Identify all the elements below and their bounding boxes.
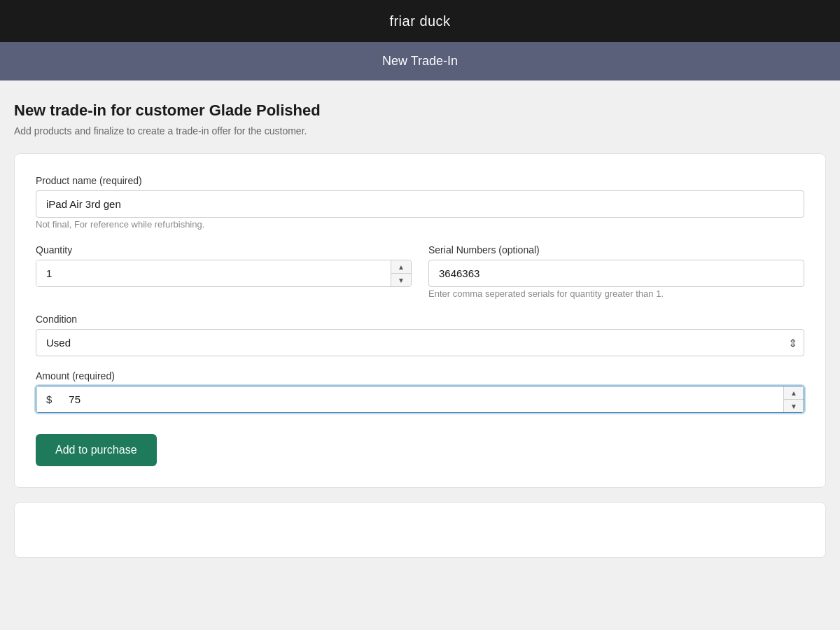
quantity-serial-row: Quantity ▲ ▼ Serial Numbers (optional) E… [36, 244, 804, 300]
product-name-input[interactable] [36, 190, 804, 218]
serial-number-group: Serial Numbers (optional) Enter comma se… [428, 244, 804, 300]
main-content: New trade-in for customer Glade Polished… [0, 80, 840, 579]
quantity-input[interactable] [36, 260, 391, 286]
quantity-group: Quantity ▲ ▼ [36, 244, 412, 300]
app-title: friar duck [389, 13, 450, 29]
serial-number-label: Serial Numbers (optional) [428, 244, 804, 255]
form-card: Product name (required) Not final, For r… [14, 153, 826, 488]
condition-select[interactable]: New Used Refurbished For Parts [36, 329, 804, 356]
amount-prefix: $ [36, 386, 59, 412]
sub-header-title: New Trade-In [382, 54, 458, 69]
product-name-hint: Not final, For reference while refurbish… [36, 219, 204, 230]
quantity-increment-button[interactable]: ▲ [391, 260, 411, 273]
condition-group: Condition New Used Refurbished For Parts… [36, 314, 804, 356]
condition-label: Condition [36, 314, 804, 325]
amount-increment-button[interactable]: ▲ [784, 386, 804, 399]
amount-spinner-buttons: ▲ ▼ [783, 386, 804, 412]
add-to-purchase-button[interactable]: Add to purchase [36, 434, 157, 466]
quantity-spinner-wrapper: ▲ ▼ [36, 260, 412, 287]
serial-number-input[interactable] [428, 260, 804, 287]
product-name-label: Product name (required) [36, 175, 804, 186]
amount-label: Amount (required) [36, 370, 804, 382]
second-card [14, 502, 826, 558]
page-subheading: Add products and finalize to create a tr… [14, 125, 826, 136]
page-heading: New trade-in for customer Glade Polished [14, 102, 826, 120]
quantity-spinner-buttons: ▲ ▼ [391, 260, 411, 286]
top-nav: friar duck [0, 0, 840, 42]
amount-input[interactable] [59, 386, 783, 412]
condition-select-wrapper: New Used Refurbished For Parts ⇕ [36, 329, 804, 356]
product-name-group: Product name (required) Not final, For r… [36, 175, 804, 230]
amount-group: Amount (required) $ ▲ ▼ [36, 370, 804, 413]
quantity-decrement-button[interactable]: ▼ [391, 273, 411, 286]
amount-spinner-wrapper: $ ▲ ▼ [36, 386, 804, 413]
serial-number-hint: Enter comma seperated serials for quanti… [428, 288, 664, 299]
amount-decrement-button[interactable]: ▼ [784, 399, 804, 412]
quantity-label: Quantity [36, 244, 412, 255]
sub-header: New Trade-In [0, 42, 840, 80]
